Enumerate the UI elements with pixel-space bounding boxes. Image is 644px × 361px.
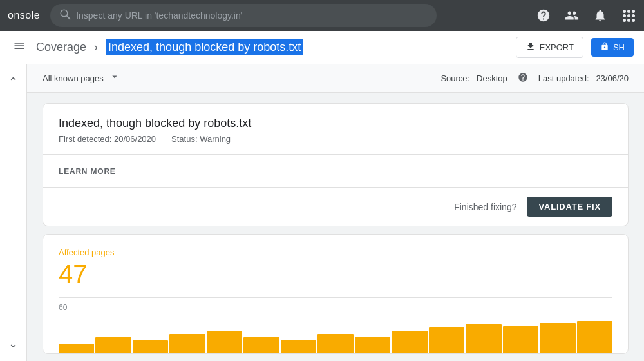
last-updated-value: 23/06/20 (596, 73, 629, 83)
source-label: Source: Desktop (440, 73, 507, 83)
svg-line-1 (67, 15, 70, 19)
chart-bar (95, 337, 131, 353)
help-icon[interactable] (536, 8, 551, 23)
last-updated: Last updated: 23/06/20 (538, 73, 629, 83)
chart-bar (169, 334, 205, 353)
breadcrumb-current: Indexed, though blocked by robots.txt (106, 39, 303, 55)
breadcrumb-actions: EXPORT SH (516, 37, 634, 58)
share-button[interactable]: SH (591, 38, 634, 57)
card-title: Indexed, though blocked by robots.txt (59, 117, 612, 130)
chart-bar (59, 344, 94, 353)
notifications-icon[interactable] (592, 8, 608, 23)
card-actions: Finished fixing? VALIDATE FIX (43, 188, 628, 226)
chart-bars (59, 315, 612, 353)
chart-bar (429, 327, 464, 353)
dropdown-arrow-icon (109, 71, 120, 86)
finished-fixing-label: Finished fixing? (454, 202, 516, 212)
first-detected: First detected: 20/06/2020 (59, 134, 156, 144)
chart-bar (207, 331, 242, 353)
filter-right: Source: Desktop Last updated: 23/06/20 (440, 72, 629, 85)
validate-fix-button[interactable]: VALIDATE FIX (527, 197, 612, 217)
card-top: Indexed, though blocked by robots.txt Fi… (43, 104, 628, 155)
status: Status: Warning (171, 134, 231, 144)
chart-bar (503, 326, 538, 354)
chart-bar (577, 321, 612, 353)
lock-icon (600, 42, 609, 53)
chart-bar (540, 323, 575, 354)
affected-card: Affected pages 47 60 (43, 234, 629, 354)
issue-card: Indexed, though blocked by robots.txt Fi… (43, 103, 629, 226)
breadcrumb-bar: Coverage › Indexed, though blocked by ro… (0, 31, 644, 64)
chart-bar (355, 337, 390, 353)
chart-bar (392, 331, 427, 353)
chart-bar (466, 324, 501, 353)
affected-pages-label: Affected pages (59, 248, 612, 257)
main-layout: ⌃ ⌄ All known pages Source: Desktop (0, 64, 644, 361)
source-value: Desktop (477, 73, 507, 83)
top-navigation: onsole (0, 0, 644, 31)
last-updated-prefix: Last updated: (538, 73, 589, 83)
search-icon (59, 8, 71, 23)
search-bar[interactable] (50, 4, 437, 27)
affected-pages-count: 47 (59, 261, 612, 287)
sidebar-collapse-top[interactable]: ⌃ (3, 70, 23, 94)
filter-dropdown[interactable] (109, 71, 120, 86)
accounts-icon[interactable] (564, 8, 580, 23)
export-button[interactable]: EXPORT (516, 37, 583, 58)
chart-bar (281, 340, 316, 353)
source-help-icon[interactable] (518, 72, 528, 85)
card-meta: First detected: 20/06/2020 Status: Warni… (59, 134, 612, 144)
filter-bar: All known pages Source: Desktop (27, 64, 644, 93)
source-prefix: Source: (440, 73, 469, 83)
breadcrumb-parent[interactable]: Coverage (36, 41, 86, 54)
apps-grid-icon[interactable] (621, 8, 636, 23)
sidebar-collapse-bottom[interactable]: ⌄ (3, 331, 23, 356)
search-input[interactable] (76, 10, 428, 21)
card-learn: LEARN MORE (43, 155, 628, 188)
chart-bar (243, 337, 279, 353)
chart-area: 60 (59, 297, 612, 353)
share-label: SH (613, 43, 625, 52)
learn-more-button[interactable]: LEARN MORE (59, 167, 116, 176)
export-label: EXPORT (540, 43, 574, 52)
download-icon (526, 41, 536, 54)
cards-area: Indexed, though blocked by robots.txt Fi… (27, 93, 644, 361)
chart-y-label: 60 (59, 303, 612, 312)
filter-label: All known pages (43, 73, 104, 83)
breadcrumb-separator: › (94, 41, 98, 54)
chart-bar (133, 340, 168, 353)
topbar-icons (536, 8, 636, 23)
chart-bar (317, 334, 353, 353)
content-area: All known pages Source: Desktop (27, 64, 644, 361)
sidebar: ⌃ ⌄ (0, 64, 27, 361)
menu-icon[interactable] (10, 37, 28, 59)
app-logo: onsole (8, 10, 40, 21)
